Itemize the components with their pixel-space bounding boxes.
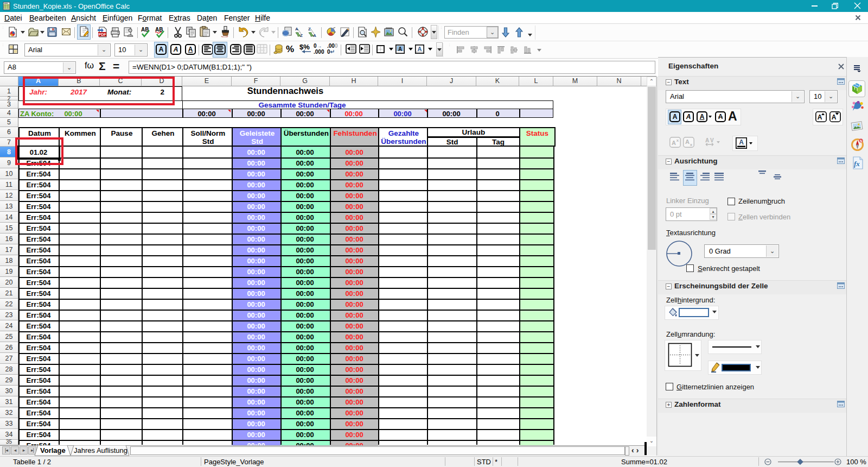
svg-text:A: A	[705, 137, 709, 143]
svg-text:V: V	[710, 137, 714, 143]
svg-text:PDF: PDF	[99, 33, 107, 36]
svg-text:A: A	[398, 46, 402, 52]
svg-text:A: A	[418, 46, 422, 52]
svg-text:fx: fx	[854, 160, 860, 168]
svg-text:Z: Z	[308, 27, 311, 31]
svg-text:Z: Z	[300, 33, 303, 37]
svg-text:AB: AB	[155, 27, 163, 33]
svg-text:x: x	[676, 138, 679, 143]
svg-text:A: A	[313, 33, 316, 37]
svg-text:A: A	[295, 27, 298, 31]
svg-text:N: N	[860, 139, 863, 143]
svg-text:A: A	[739, 138, 744, 146]
svg-text:A: A	[832, 113, 837, 121]
svg-text:A: A	[685, 138, 690, 145]
svg-text:A: A	[818, 113, 822, 121]
svg-text:x: x	[690, 142, 693, 147]
svg-text:A: A	[672, 140, 676, 146]
